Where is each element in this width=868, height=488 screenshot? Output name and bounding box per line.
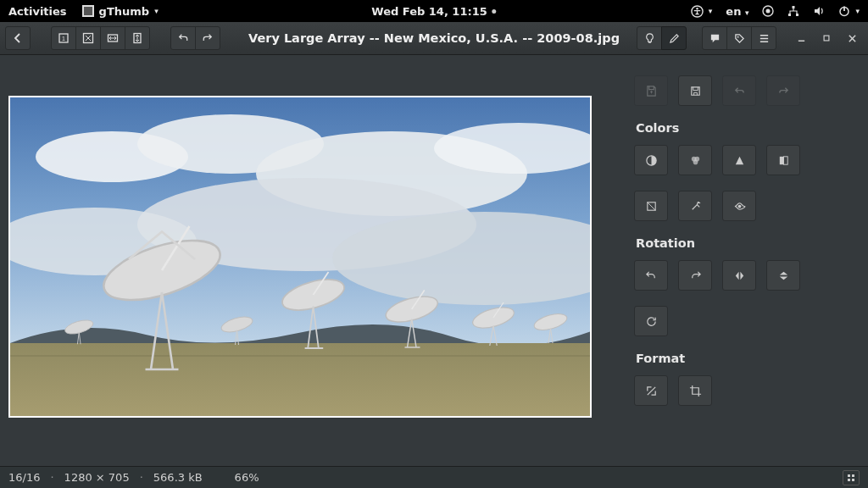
zoom-fit-width-button[interactable] bbox=[100, 26, 125, 50]
close-button[interactable] bbox=[841, 28, 863, 48]
image-viewer[interactable] bbox=[0, 55, 614, 466]
svg-point-46 bbox=[698, 202, 699, 203]
panel-redo-button[interactable] bbox=[766, 75, 800, 106]
app-menu-label: gThumb bbox=[99, 5, 150, 18]
notification-dot-icon bbox=[492, 9, 497, 14]
main-area: Colors Rotatio bbox=[0, 55, 868, 466]
input-language[interactable]: en ▾ bbox=[726, 5, 748, 18]
svg-rect-27 bbox=[10, 343, 592, 418]
svg-rect-49 bbox=[852, 474, 854, 477]
zoom-actual-button[interactable]: 1 bbox=[51, 26, 76, 50]
svg-rect-7 bbox=[788, 14, 791, 16]
svg-rect-43 bbox=[779, 156, 783, 164]
edit-button[interactable] bbox=[661, 26, 687, 50]
chevron-down-icon: ▾ bbox=[855, 7, 860, 15]
panel-undo-button[interactable] bbox=[722, 75, 756, 106]
svg-rect-44 bbox=[783, 156, 787, 164]
status-zoom: 66% bbox=[235, 471, 259, 484]
svg-rect-51 bbox=[852, 479, 854, 481]
zoom-fit-button[interactable] bbox=[75, 26, 101, 50]
tags-button[interactable] bbox=[726, 26, 752, 50]
free-rotate-button[interactable] bbox=[634, 306, 668, 336]
comment-button[interactable] bbox=[702, 26, 727, 50]
chevron-down-icon: ▾ bbox=[709, 7, 713, 15]
power-icon[interactable] bbox=[838, 5, 850, 17]
rotate-left-button[interactable] bbox=[634, 260, 668, 291]
undo-redo-group bbox=[170, 26, 220, 50]
edit-panel: Colors Rotatio bbox=[614, 55, 868, 466]
app-toolbar: 1 Very Large Array -- New Mexico, U.S.A.… bbox=[0, 22, 868, 55]
chevron-down-icon: ▾ bbox=[154, 7, 159, 15]
status-dimensions: 1280 × 705 bbox=[64, 471, 130, 484]
chevron-down-icon: ▾ bbox=[745, 8, 749, 17]
svg-point-16 bbox=[737, 36, 738, 37]
metadata-group bbox=[702, 26, 776, 50]
save-button[interactable] bbox=[634, 75, 668, 106]
hamburger-menu[interactable] bbox=[751, 26, 776, 50]
grayscale-button[interactable] bbox=[766, 145, 800, 175]
flip-vertical-button[interactable] bbox=[766, 260, 800, 291]
svg-point-42 bbox=[693, 159, 698, 164]
minimize-button[interactable] bbox=[790, 28, 812, 48]
svg-rect-48 bbox=[848, 474, 850, 477]
accessibility-icon[interactable] bbox=[691, 5, 704, 18]
network-icon[interactable] bbox=[787, 5, 799, 17]
volume-icon[interactable] bbox=[813, 5, 825, 17]
svg-rect-8 bbox=[796, 14, 798, 16]
status-filesize: 566.3 kB bbox=[153, 471, 203, 484]
clock[interactable]: Wed Feb 14, 11:15 bbox=[371, 5, 496, 18]
svg-rect-1 bbox=[84, 7, 92, 15]
status-index: 16/16 bbox=[8, 471, 40, 484]
app-menu[interactable]: gThumb ▾ bbox=[82, 5, 159, 18]
photo bbox=[8, 96, 592, 418]
equalize-button[interactable] bbox=[634, 191, 668, 221]
gthumb-icon bbox=[82, 5, 94, 17]
redo-button[interactable] bbox=[195, 26, 220, 50]
lightbulb-button[interactable] bbox=[637, 26, 662, 50]
format-heading: Format bbox=[636, 352, 848, 365]
svg-point-3 bbox=[696, 8, 698, 9]
adjust-contrast-button[interactable] bbox=[634, 145, 668, 175]
negative-button[interactable] bbox=[722, 191, 756, 221]
back-button[interactable] bbox=[5, 26, 31, 50]
adjust-colors-button[interactable] bbox=[678, 145, 712, 175]
status-bar: 16/16 · 1280 × 705 · 566.3 kB 66% bbox=[0, 466, 868, 488]
svg-text:1: 1 bbox=[62, 36, 65, 42]
resize-button[interactable] bbox=[634, 375, 668, 406]
tools-group bbox=[637, 26, 687, 50]
gnome-top-bar: Activities gThumb ▾ Wed Feb 14, 11:15 ▾ … bbox=[0, 0, 868, 22]
thumbnail-pane-toggle[interactable] bbox=[843, 470, 860, 485]
curves-button[interactable] bbox=[722, 145, 756, 175]
svg-point-5 bbox=[766, 9, 771, 14]
colors-heading: Colors bbox=[636, 121, 848, 135]
rotation-heading: Rotation bbox=[636, 236, 848, 250]
zoom-fit-height-button[interactable] bbox=[125, 26, 150, 50]
maximize-button[interactable] bbox=[815, 28, 837, 48]
flip-horizontal-button[interactable] bbox=[722, 260, 756, 291]
fit-mode-group: 1 bbox=[51, 26, 150, 50]
crop-button[interactable] bbox=[678, 375, 712, 406]
svg-rect-50 bbox=[848, 479, 850, 481]
undo-button[interactable] bbox=[170, 26, 196, 50]
svg-rect-18 bbox=[824, 36, 829, 41]
record-icon[interactable] bbox=[762, 5, 774, 17]
window-title: Very Large Array -- New Mexico, U.S.A. -… bbox=[248, 31, 620, 45]
rotate-right-button[interactable] bbox=[678, 260, 712, 291]
auto-adjust-button[interactable] bbox=[678, 191, 712, 221]
activities-button[interactable]: Activities bbox=[8, 5, 67, 18]
svg-rect-6 bbox=[793, 6, 795, 8]
svg-point-47 bbox=[737, 204, 741, 208]
save-as-button[interactable] bbox=[678, 75, 712, 106]
